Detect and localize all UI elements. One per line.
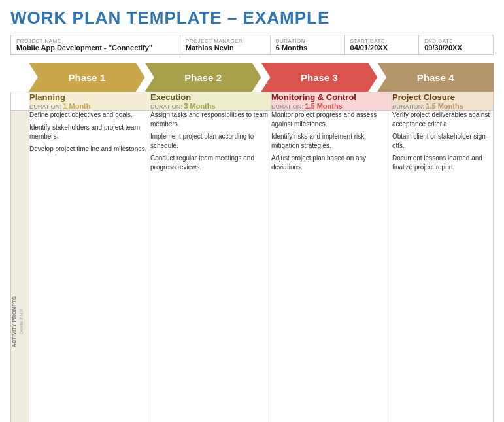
prompts-row: ACTIVITY PROMPTS Delete if N/A Define pr…	[11, 111, 494, 423]
phase4-header: Project Closure DURATION: 1.5 Months	[392, 92, 494, 111]
duration-col: DURATION 6 Months	[271, 35, 345, 54]
phases-row: Phase 1 Phase 2 Phase 3 Phase 4	[10, 63, 494, 92]
project-name-value: Mobile App Development - "Connectify"	[16, 44, 175, 52]
end-date-label: END DATE	[424, 38, 488, 44]
phase-3-arrow: Phase 3	[261, 63, 378, 92]
phase-4-arrow: Phase 4	[377, 63, 494, 92]
prompt-4-2: Obtain client or stakeholder sign-offs.	[392, 132, 493, 150]
phase4-name: Project Closure	[392, 92, 493, 102]
start-date-value: 04/01/20XX	[350, 44, 414, 52]
end-date-col: END DATE 09/30/20XX	[419, 35, 493, 54]
phase2-name: Execution	[150, 92, 271, 102]
prompt-2-1: Assign tasks and responsibilities to tea…	[150, 111, 271, 129]
phase2-duration: DURATION: 3 Months	[150, 102, 271, 110]
phase3-duration: DURATION: 1.5 Months	[271, 102, 392, 110]
prompt-3-1: Monitor project progress and assess agai…	[271, 111, 392, 129]
phase1-duration: DURATION: 1 Month	[29, 102, 150, 110]
prompt-3-3: Adjust project plan based on any deviati…	[271, 154, 392, 172]
phase4-duration: DURATION: 1.5 Months	[392, 102, 493, 110]
prompt-1-3: Develop project timeline and milestones.	[29, 145, 150, 154]
manager-col: PROJECT MANAGER Mathias Nevin	[180, 35, 271, 54]
prompt-4-3: Document lessons learned and finalize pr…	[392, 154, 493, 172]
phase-header-row: Planning DURATION: 1 Month Execution DUR…	[11, 92, 494, 111]
prompt-2-2: Implement project plan according to sche…	[150, 132, 271, 150]
duration-label: DURATION	[276, 38, 339, 44]
prompt-4-1: Verify project deliverables against acce…	[392, 111, 493, 129]
phase3-header: Monitoring & Control DURATION: 1.5 Month…	[271, 92, 392, 111]
prompt-1-1: Define project objectives and goals.	[29, 111, 150, 120]
manager-value: Mathias Nevin	[186, 44, 265, 52]
end-date-value: 09/30/20XX	[424, 44, 488, 52]
prompts-label-text: ACTIVITY PROMPTS	[11, 296, 17, 347]
prompts-sublabel-text: Delete if N/A	[19, 309, 24, 334]
prompts-col3: Monitor project progress and assess agai…	[271, 111, 392, 423]
project-name-label: PROJECT NAME	[16, 38, 175, 44]
project-name-col: PROJECT NAME Mobile App Development - "C…	[11, 35, 180, 54]
meta-header: PROJECT NAME Mobile App Development - "C…	[10, 35, 494, 55]
duration-value: 6 Months	[276, 44, 339, 52]
phase3-name: Monitoring & Control	[271, 92, 392, 102]
prompts-col1: Define project objectives and goals. Ide…	[29, 111, 150, 423]
prompts-label-inner: ACTIVITY PROMPTS Delete if N/A	[11, 111, 24, 422]
prompts-col2: Assign tasks and responsibilities to tea…	[150, 111, 271, 423]
page-title: WORK PLAN TEMPLATE – EXAMPLE	[10, 8, 494, 28]
prompts-col4: Verify project deliverables against acce…	[392, 111, 494, 423]
phase2-header: Execution DURATION: 3 Months	[150, 92, 271, 111]
prompt-1-2: Identify stakeholders and project team m…	[29, 123, 150, 141]
phase1-name: Planning	[29, 92, 150, 102]
plan-table: Planning DURATION: 1 Month Execution DUR…	[10, 92, 494, 422]
start-date-label: START DATE	[350, 38, 414, 44]
manager-label: PROJECT MANAGER	[186, 38, 265, 44]
phase-1-arrow: Phase 1	[29, 63, 145, 92]
start-date-col: START DATE 04/01/20XX	[345, 35, 420, 54]
phase-2-arrow: Phase 2	[145, 63, 261, 92]
prompt-2-3: Conduct regular team meetings and progre…	[150, 154, 271, 172]
prompts-label-cell: ACTIVITY PROMPTS Delete if N/A	[11, 111, 29, 423]
prompt-3-2: Identify risks and implement risk mitiga…	[271, 132, 392, 150]
phase1-header: Planning DURATION: 1 Month	[29, 92, 150, 111]
